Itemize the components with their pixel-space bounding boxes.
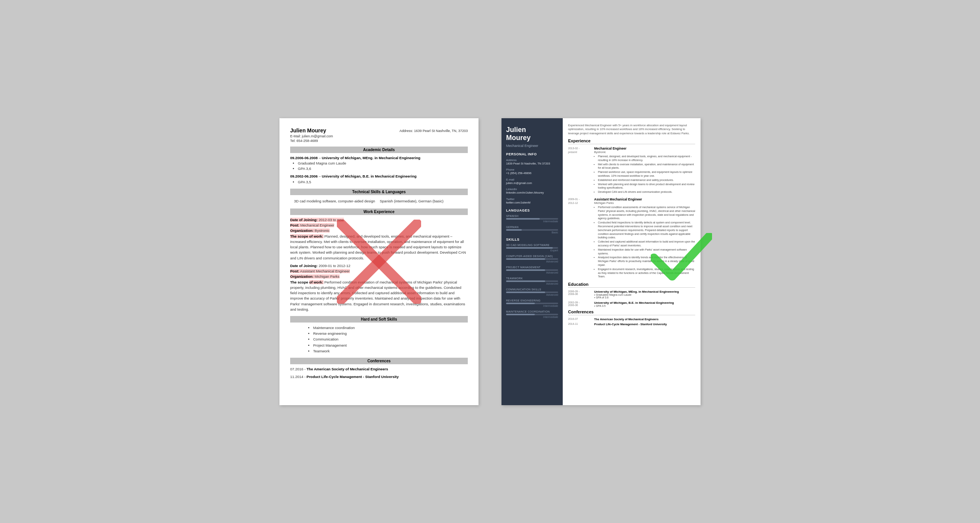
resume-sidebar: JulienMourey Mechanical Engineer Persona…	[501, 118, 563, 405]
linkedin-label: LinkedIn	[506, 187, 558, 191]
skill-col2: Spanish (intermediate), German (basic)	[380, 199, 464, 203]
skill-item-3: Communication	[313, 336, 468, 342]
linkedin-value: linkedin.com/in/Julien.Mourey	[506, 191, 558, 195]
edu-entry-2: 2002-09 -2006-06 University of Michigan,…	[568, 301, 695, 307]
skills-title: Skills	[506, 238, 558, 241]
phone-value: +1 (654) 258-46896	[506, 171, 558, 176]
experience-title: Experience	[568, 138, 695, 144]
skill-item-5: Teamwork	[313, 348, 468, 354]
skill-item-1: Maintenance coordination	[313, 325, 468, 331]
work-entry-2: Date of Joining: 2009-01 to 2012-12 Post…	[290, 263, 468, 312]
conf-entry-1-left: 07.2016 - The American Society of Mechan…	[290, 367, 468, 372]
skill-col1: 3D cad modeling software, computer-aided…	[294, 199, 378, 203]
work-section-bar: Work Experience	[290, 209, 468, 215]
academic-entry-2: 09.2002-06.2006 – University of Michigan…	[290, 174, 468, 185]
hard-soft-list: Maintenance coordination Reverse enginee…	[298, 325, 468, 354]
academic-entry-1: 09.2006-06.2008 – University of Michigan…	[290, 155, 468, 172]
left-resume: Julien Mourey E-Mail: julien.m@gmail.com…	[279, 118, 479, 405]
left-header: Julien Mourey E-Mail: julien.m@gmail.com…	[290, 127, 468, 143]
skill-teamwork: TEAMWORK Advanced	[506, 277, 558, 285]
conf-entry-2-right: 2014-11 Product Life-Cycle Management - …	[568, 323, 695, 326]
lang-german: GERMAN Basic	[506, 226, 558, 234]
skill-comm: COMMUNICATION SKILLS Advanced	[506, 288, 558, 296]
right-resume: JulienMourey Mechanical Engineer Persona…	[501, 118, 701, 405]
left-phone: Tel: 654-258-4689	[290, 139, 468, 143]
summary: Experienced Mechanical Engineer with 5+ …	[568, 124, 695, 136]
academic-section-bar: Academic Details	[290, 147, 468, 153]
address-value: 1839 Pearl St Nashville, TN 37203	[506, 162, 558, 166]
address-label: Address	[506, 158, 558, 162]
exp-bullets-1: Planned, designed, and developed tools, …	[594, 155, 695, 194]
exp-entry-2: 2009-01 - 2012-12 Assistant Mechanical E…	[568, 197, 695, 279]
phone-label: Phone	[506, 168, 558, 171]
twitter-value: twitter.com/JulienM	[506, 201, 558, 205]
skill-reverse: REVERSE ENGINEERING Intermediate	[506, 299, 558, 307]
education-title: Education	[568, 282, 695, 288]
languages-title: Languages	[506, 209, 558, 212]
hard-soft-section-bar: Hard and Soft Skills	[290, 316, 468, 323]
right-name: JulienMourey	[506, 126, 558, 142]
left-address: Address: 1639 Pearl St Nashville, TN, 37…	[400, 129, 468, 133]
email-label: E-mail	[506, 178, 558, 181]
skill-computer-aided: COMPUTER-AIDED DESIGN (CAD) Advanced	[506, 255, 558, 263]
skill-cad: 3D CAD MODELING SOFTWARE Expert	[506, 244, 558, 252]
personal-info-title: Personal Info	[506, 152, 558, 156]
lang-spanish: SPANISH Intermediate	[506, 215, 558, 223]
skill-maintenance: MAINTENANCE COORDINATION Intermediate	[506, 310, 558, 318]
main-content: Experienced Mechanical Engineer with 5+ …	[563, 118, 701, 405]
exp-bullets-2: Performed condition assessments of mecha…	[594, 205, 695, 279]
twitter-label: Twitter	[506, 197, 558, 201]
skills-grid: 3D cad modeling software, computer-aided…	[290, 197, 468, 205]
work-entry-1: Date of Joining: 2012-03 to now Post: Me…	[290, 217, 468, 261]
conf-section-bar-left: Conferences	[290, 358, 468, 364]
email-value: julien.m@gmail.com	[506, 181, 558, 186]
skill-item-4: Project Management	[313, 342, 468, 348]
right-title: Mechanical Engineer	[506, 144, 558, 148]
conf-section-title-right: Conferences	[568, 310, 695, 315]
technical-section-bar: Technical Skills & Languages	[290, 189, 468, 195]
conf-entry-1-right: 2016-07 The American Society of Mechanic…	[568, 318, 695, 321]
conf-entry-2-left: 11.2014 - Product Life-Cycle Management …	[290, 374, 468, 380]
skill-item-2: Reverse engineering	[313, 331, 468, 336]
edu-entry-1: 2006-09 -2008-06 University of Michigan,…	[568, 290, 695, 299]
left-email: E-Mail: julien.m@gmail.com	[290, 134, 468, 138]
exp-entry-1: 2013-02 - present Mechanical Engineer By…	[568, 147, 695, 194]
skill-pm: PROJECT MANAGEMENT Advanced	[506, 266, 558, 274]
